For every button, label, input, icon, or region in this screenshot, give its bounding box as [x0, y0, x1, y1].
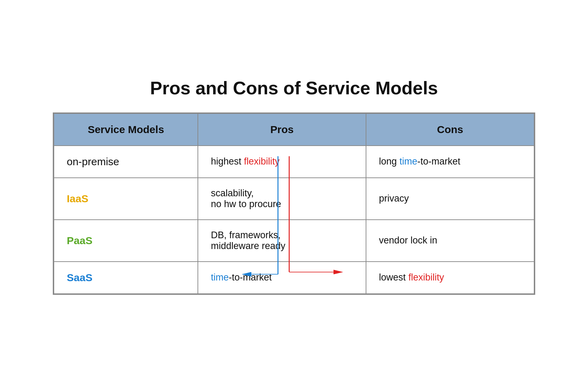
cons-cell-paas: vendor lock in	[366, 220, 534, 262]
cons-cell-iaas: privacy	[366, 178, 534, 220]
cons-text-plain-after: -to-market	[417, 156, 460, 167]
table-row: on-premise highest flexibility long time…	[54, 146, 534, 178]
cons-text-plain-before: long	[379, 156, 400, 167]
pros-text: scalability,no hw to procure	[211, 188, 281, 209]
pros-text-plain: highest	[211, 156, 244, 167]
model-label-iaas: IaaS	[67, 193, 88, 204]
comparison-table: Service Models Pros Cons on-premise high…	[53, 113, 535, 294]
cons-cell-saas: lowest flexibility	[366, 262, 534, 294]
cons-text: privacy	[379, 193, 409, 204]
model-cell: PaaS	[54, 220, 198, 262]
pros-text-colored: flexibility	[244, 156, 280, 167]
model-label-paas: PaaS	[67, 235, 92, 246]
table-row: PaaS DB, frameworks,middleware ready ven…	[54, 220, 534, 262]
model-cell: SaaS	[54, 262, 198, 294]
model-label-saas: SaaS	[67, 272, 92, 283]
cons-text-colored: time	[400, 156, 417, 167]
table-header-row: Service Models Pros Cons	[54, 114, 534, 146]
cons-text: vendor lock in	[379, 235, 437, 246]
header-model: Service Models	[54, 114, 198, 146]
pros-text: DB, frameworks,middleware ready	[211, 230, 285, 251]
pros-text-plain-after: -to-market	[229, 272, 272, 283]
table-row: SaaS time-to-market lowest flexibility	[54, 262, 534, 294]
cons-text-plain: lowest	[379, 272, 408, 283]
header-pros: Pros	[198, 114, 366, 146]
table-row: IaaS scalability,no hw to procure privac…	[54, 178, 534, 220]
cons-text-colored: flexibility	[408, 272, 444, 283]
pros-cell-onprem: highest flexibility	[198, 146, 366, 178]
pros-text-colored: time	[211, 272, 229, 283]
table-wrapper: Service Models Pros Cons on-premise high…	[53, 112, 535, 295]
model-label-onprem: on-premise	[67, 156, 119, 167]
pros-cell-paas: DB, frameworks,middleware ready	[198, 220, 366, 262]
pros-cell-saas: time-to-market	[198, 262, 366, 294]
cons-cell-onprem: long time-to-market	[366, 146, 534, 178]
page-title: Pros and Cons of Service Models	[53, 78, 535, 99]
model-cell: on-premise	[54, 146, 198, 178]
pros-cell-iaas: scalability,no hw to procure	[198, 178, 366, 220]
page-container: Pros and Cons of Service Models Service …	[32, 64, 556, 309]
header-cons: Cons	[366, 114, 534, 146]
model-cell: IaaS	[54, 178, 198, 220]
